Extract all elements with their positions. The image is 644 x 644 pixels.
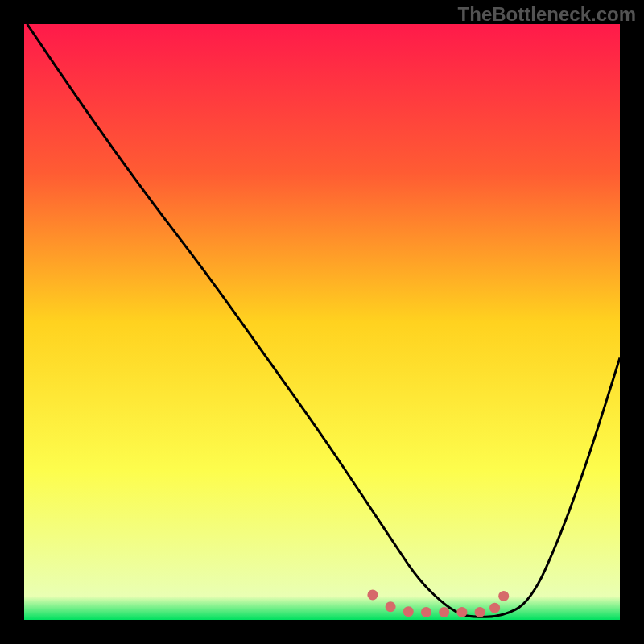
marker-dot xyxy=(367,589,378,600)
marker-dot xyxy=(475,607,485,617)
marker-dot xyxy=(421,607,431,617)
marker-dot xyxy=(403,606,414,617)
bottleneck-chart xyxy=(24,24,620,620)
marker-dot xyxy=(498,591,509,601)
marker-dot xyxy=(489,603,500,613)
marker-dot xyxy=(439,607,449,617)
gradient-background xyxy=(24,24,620,620)
watermark-text: TheBottleneck.com xyxy=(458,3,636,26)
marker-dot xyxy=(456,607,467,617)
chart-svg xyxy=(24,24,620,620)
marker-dot xyxy=(386,601,396,612)
